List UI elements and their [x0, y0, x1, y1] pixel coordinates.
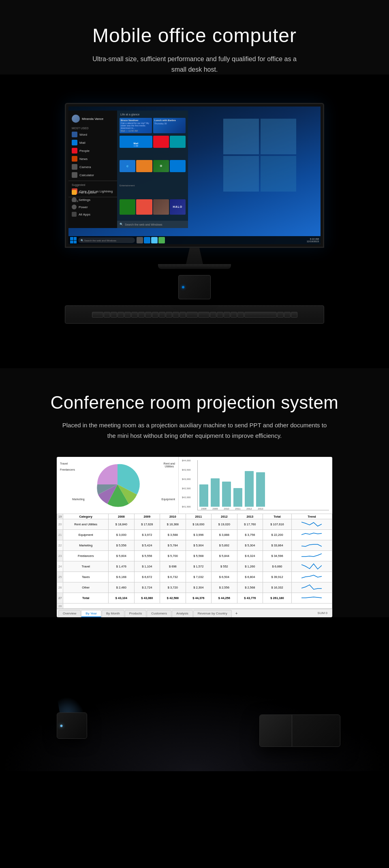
tile-ent-3[interactable]	[153, 199, 169, 215]
keyboard	[65, 305, 324, 324]
key-5	[124, 312, 131, 318]
device-right	[259, 714, 340, 747]
power-icon	[72, 205, 77, 209]
bar-2011-rect	[233, 488, 242, 507]
table-row: 20 Rent and Utilities $ 18,840 $ 17,628 …	[57, 519, 332, 530]
file-explorer-icon	[72, 190, 77, 195]
start-file-explorer[interactable]: File Explorer	[72, 189, 114, 196]
pie-slice-other	[97, 464, 118, 484]
excel-top: Travel Freelancers Marketing Equipment R…	[57, 457, 332, 514]
key-17	[217, 312, 223, 318]
tab-overview[interactable]: Overview	[58, 610, 81, 617]
pie-label-marketing: Marketing	[72, 498, 85, 501]
all-apps-icon	[72, 212, 77, 217]
tile-orange[interactable]	[136, 160, 152, 172]
excel-empty-row: 28	[57, 604, 332, 609]
taskbar-search[interactable]: 🔍 Search the web and Windows	[78, 237, 135, 243]
key-7	[138, 312, 145, 318]
settings-icon	[72, 197, 77, 202]
taskbar-clock: 6:10 AM 12/10/2015	[307, 238, 319, 243]
tab-products[interactable]: Products	[125, 610, 147, 617]
start-menu: Miranda Vance Most Used Word Mail	[68, 111, 188, 228]
section-mobile: Mobile office computer Ultra-small size,…	[0, 0, 389, 75]
start-app-people[interactable]: People	[68, 147, 117, 155]
trend-svg-equipment	[301, 531, 322, 539]
excel-data-table: 19 Category 2008 2009 2010 2011 2012 201…	[57, 514, 332, 609]
excel-spreadsheet: Travel Freelancers Marketing Equipment R…	[57, 457, 332, 617]
avatar	[72, 115, 80, 123]
bar-2013-label: 2013	[258, 508, 263, 510]
taskbar-app-4[interactable]	[158, 237, 165, 243]
taskbar-app-3[interactable]	[151, 237, 158, 243]
tile-xbox[interactable]: ⊕	[153, 160, 169, 172]
start-most-used-label: Most Used	[68, 126, 117, 130]
tab-by-month[interactable]: By Month	[102, 610, 124, 617]
trend-svg-marketing	[301, 541, 322, 549]
bar-columns: 2008 2009 2010	[198, 460, 329, 510]
key-8	[145, 312, 152, 318]
section-conference-description: Placed in the meeting room as a projecti…	[61, 420, 328, 441]
key-6	[131, 312, 138, 318]
start-app-camera[interactable]: Camera	[68, 163, 117, 171]
start-right-panel: Life at a glance Bruce Vandiver Can u at…	[117, 111, 188, 228]
taskbar-app-2[interactable]	[144, 237, 150, 243]
tile-grid: Mail ☐ 30 e	[120, 136, 186, 226]
entertainment-label: Entertainment	[120, 184, 186, 198]
start-all-apps[interactable]: All Apps	[72, 211, 114, 218]
tile-r2[interactable]	[170, 136, 186, 148]
key-19	[231, 312, 237, 318]
start-user-name: Miranda Vance	[82, 117, 103, 121]
excel-bar-area: $44,000 $43,500 $43,000 $42,500 $42,000 …	[178, 457, 332, 514]
excel-pie-area: Travel Freelancers Marketing Equipment R…	[57, 457, 178, 514]
start-button[interactable]	[70, 237, 77, 243]
win-desktop: Miranda Vance Most Used Word Mail	[68, 107, 321, 236]
key-16	[210, 312, 216, 318]
tile-r1[interactable]	[153, 136, 169, 148]
start-app-calculator[interactable]: Calculator	[68, 171, 117, 179]
table-row: 25 Taxes $ 6,168 $ 6,672 $ 6,732 $ 7,032…	[57, 572, 332, 582]
bar-2013: 2013	[256, 472, 265, 510]
key-15	[198, 312, 209, 318]
tile-halo[interactable]: HALO	[170, 199, 186, 215]
mini-box-left	[57, 712, 87, 739]
mini-box-light-left	[60, 725, 62, 727]
tab-add-button[interactable]: +	[232, 610, 241, 617]
bar-2008-label: 2008	[201, 508, 206, 510]
bar-2008: 2008	[199, 484, 208, 510]
tile-ent-1[interactable]	[120, 199, 135, 215]
tab-analysis[interactable]: Analysis	[172, 610, 193, 617]
mini-box-right-inner	[260, 715, 292, 746]
trend-svg-total	[301, 594, 322, 602]
tab-by-year[interactable]: By Year	[81, 610, 101, 617]
tile-ent-2[interactable]	[136, 199, 152, 215]
news-icon	[72, 156, 77, 162]
section-mobile-subtitle: Ultra-small size, sufficient performance…	[89, 54, 300, 75]
key-12	[173, 312, 179, 318]
word-icon	[72, 132, 77, 137]
start-app-news[interactable]: News	[68, 155, 117, 163]
trend-svg-travel	[301, 562, 322, 570]
bar-2012-rect	[245, 471, 254, 507]
tab-customers[interactable]: Customers	[147, 610, 171, 617]
key-18	[224, 312, 230, 318]
trend-svg-freelancers	[301, 552, 322, 560]
bar-y-labels: $44,000 $43,500 $43,000 $42,500 $42,000 …	[182, 459, 191, 508]
tab-revenue-by-country[interactable]: Revenue by Country	[193, 610, 232, 617]
bottom-device-scene	[0, 617, 389, 771]
mini-box-right	[259, 714, 340, 747]
tile-store[interactable]	[170, 160, 186, 172]
taskbar-apps	[137, 237, 305, 243]
win-logo-area	[223, 119, 296, 192]
tile-mail[interactable]: Mail ☐ 30	[120, 136, 152, 148]
start-settings[interactable]: Settings	[72, 196, 114, 203]
mini-pc	[178, 275, 211, 299]
device-left	[57, 712, 87, 739]
section-mobile-title: Mobile office computer	[16, 24, 373, 47]
tile-edge[interactable]: e	[120, 160, 135, 172]
start-power[interactable]: Power	[72, 204, 114, 210]
section-conference: Conference room projection system Placed…	[0, 368, 389, 617]
start-app-word[interactable]: Word	[68, 130, 117, 139]
taskbar-app-1[interactable]	[137, 237, 143, 243]
trend-svg-rent	[301, 520, 322, 528]
start-app-mail[interactable]: Mail	[68, 139, 117, 147]
